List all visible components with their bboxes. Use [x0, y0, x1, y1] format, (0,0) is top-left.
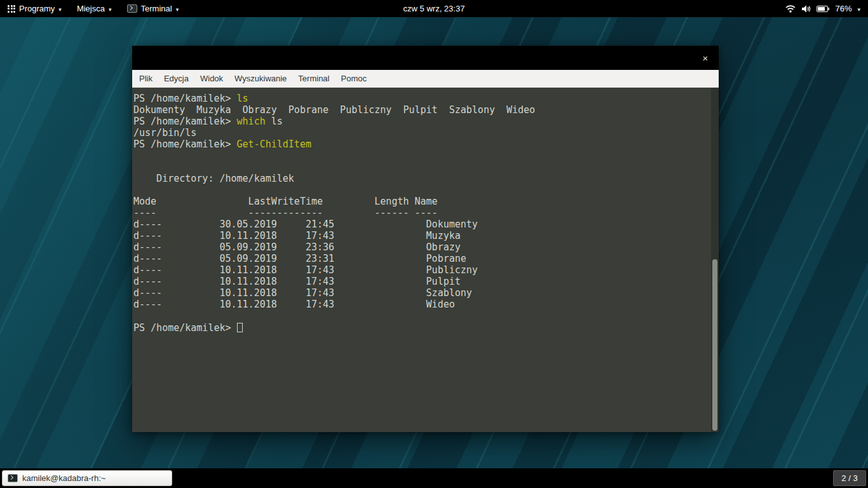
terminal-icon — [127, 4, 137, 13]
terminal-line: d---- 05.09.2019 23:36 Obrazy — [133, 241, 711, 253]
workspace-label: 2 / 3 — [841, 473, 857, 483]
terminal-line: d---- 10.11.2018 17:43 Szablony — [133, 287, 711, 299]
workspace-indicator[interactable]: 2 / 3 — [833, 470, 866, 486]
terminal-line: /usr/bin/ls — [133, 127, 711, 139]
terminal-content: PS /home/kamilek> lsDokumenty Muzyka Obr… — [132, 88, 719, 432]
terminal-line: PS /home/kamilek> — [133, 322, 711, 333]
menu-help[interactable]: Pomoc — [335, 70, 372, 87]
terminal-line — [133, 184, 711, 196]
menu-file[interactable]: Plik — [133, 70, 158, 87]
terminal-line — [133, 161, 711, 173]
chevron-down-icon: ▾ — [109, 6, 112, 13]
terminal-line — [133, 150, 711, 161]
close-icon[interactable]: × — [698, 51, 712, 65]
battery-icon — [817, 6, 829, 12]
applications-menu-label: Programy — [19, 4, 55, 13]
clock[interactable]: czw 5 wrz, 23:37 — [397, 0, 471, 17]
battery-percentage: 76% — [835, 4, 851, 13]
terminal-line: Directory: /home/kamilek — [133, 173, 711, 184]
terminal-line — [133, 310, 711, 322]
window-list-label: kamilek@kadabra-rh:~ — [22, 473, 105, 483]
menu-edit[interactable]: Edycja — [158, 70, 194, 87]
terminal-icon — [8, 474, 18, 482]
chevron-down-icon: ▾ — [176, 6, 179, 13]
scrollbar[interactable] — [711, 88, 719, 432]
terminal-line: PS /home/kamilek> ls — [133, 93, 711, 104]
wifi-icon — [785, 4, 796, 13]
app-menu-label: Terminal — [141, 4, 172, 13]
terminal-window: × Plik Edycja Widok Wyszukiwanie Termina… — [132, 46, 719, 432]
terminal-line: d---- 10.11.2018 17:43 Pulpit — [133, 276, 711, 287]
volume-icon — [801, 4, 811, 13]
applications-icon — [8, 5, 15, 13]
top-panel: Programy ▾ Miejsca ▾ Terminal ▾ czw 5 wr… — [0, 0, 868, 17]
applications-menu[interactable]: Programy ▾ — [0, 0, 69, 17]
chevron-down-icon: ▾ — [58, 6, 62, 13]
terminal-line: PS /home/kamilek> which ls — [133, 116, 711, 127]
terminal-line: d---- 10.11.2018 17:43 Publiczny — [133, 264, 711, 276]
terminal-line: d---- 30.05.2019 21:45 Dokumenty — [133, 219, 711, 230]
window-list-button[interactable]: kamilek@kadabra-rh:~ — [2, 470, 172, 486]
clock-label: czw 5 wrz, 23:37 — [403, 4, 465, 13]
menu-view[interactable]: Widok — [194, 70, 229, 87]
places-menu-label: Miejsca — [77, 4, 105, 13]
terminal-output[interactable]: PS /home/kamilek> lsDokumenty Muzyka Obr… — [132, 88, 711, 432]
chevron-down-icon: ▾ — [857, 6, 860, 13]
system-status-area[interactable]: 76% ▾ — [778, 0, 868, 17]
terminal-line: PS /home/kamilek> Get-ChildItem — [133, 139, 711, 150]
bottom-panel: kamilek@kadabra-rh:~ 2 / 3 — [0, 468, 868, 488]
places-menu[interactable]: Miejsca ▾ — [69, 0, 119, 17]
window-titlebar[interactable]: × — [132, 46, 719, 70]
terminal-menubar: Plik Edycja Widok Wyszukiwanie Terminal … — [132, 70, 719, 88]
terminal-line: Dokumenty Muzyka Obrazy Pobrane Publiczn… — [133, 104, 711, 116]
terminal-line: d---- 10.11.2018 17:43 Muzyka — [133, 230, 711, 241]
scrollbar-thumb[interactable] — [712, 259, 717, 431]
menu-search[interactable]: Wyszukiwanie — [229, 70, 292, 87]
menu-terminal[interactable]: Terminal — [292, 70, 335, 87]
terminal-line: d---- 10.11.2018 17:43 Wideo — [133, 299, 711, 310]
app-menu-terminal[interactable]: Terminal ▾ — [119, 0, 187, 17]
terminal-line: ---- ------------- ------ ---- — [133, 207, 711, 219]
terminal-line: Mode LastWriteTime Length Name — [133, 196, 711, 207]
terminal-line: d---- 05.09.2019 23:31 Pobrane — [133, 253, 711, 264]
terminal-cursor — [237, 323, 243, 332]
